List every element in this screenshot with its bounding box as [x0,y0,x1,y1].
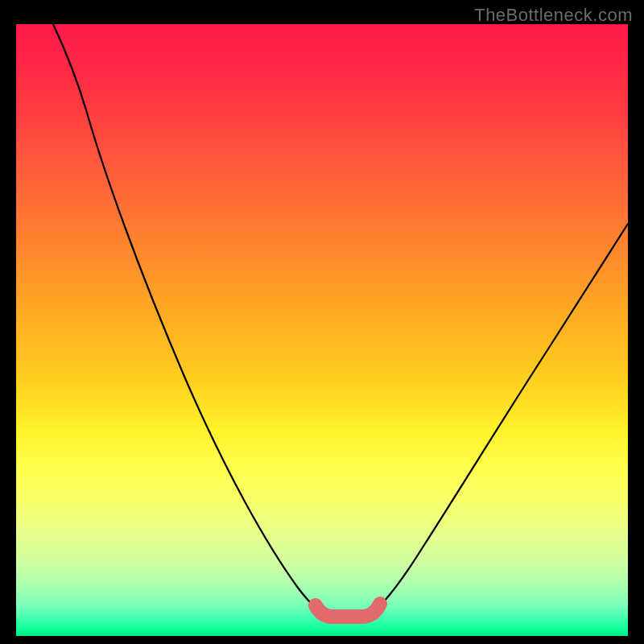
watermark-text: TheBottleneck.com [474,5,633,26]
chart-frame: TheBottleneck.com [0,0,644,644]
right-curve-line [374,224,628,612]
left-curve-line [53,24,322,612]
bottleneck-flat-band [316,604,380,617]
chart-plot-area [16,24,628,636]
chart-svg [16,24,628,636]
